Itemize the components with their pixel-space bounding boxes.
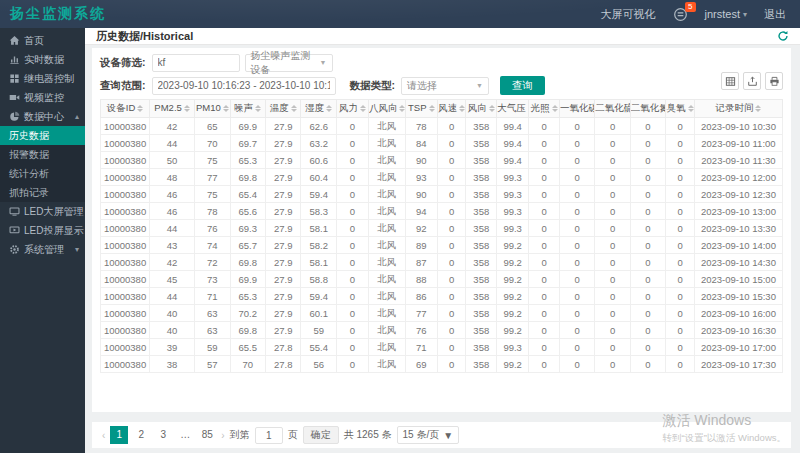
- device-type-select[interactable]: 扬尘噪声监测设备 ▼: [245, 54, 333, 72]
- cell: 0: [630, 288, 665, 305]
- col-header-13[interactable]: 一氧化碳: [559, 100, 594, 118]
- sidebar-item-system[interactable]: 系统管理▾: [0, 240, 85, 259]
- notification-icon[interactable]: 5: [673, 7, 688, 22]
- cell: 0: [630, 135, 665, 152]
- page-button-2[interactable]: 2: [132, 426, 150, 444]
- cell: 0: [630, 356, 665, 373]
- search-button[interactable]: 查询: [500, 76, 545, 95]
- cell: 65.3: [230, 288, 265, 305]
- refresh-icon[interactable]: [777, 30, 789, 42]
- sidebar-item-data-center[interactable]: 数据中心▴: [0, 107, 85, 126]
- logout-link[interactable]: 退出: [764, 7, 786, 22]
- col-header-4[interactable]: 温度: [266, 100, 301, 118]
- col-header-14[interactable]: 二氧化硫: [595, 100, 630, 118]
- page-list: 123…85: [110, 426, 216, 444]
- sort-icon[interactable]: [255, 102, 261, 115]
- cell: 北风: [368, 169, 405, 186]
- cell: 10000380: [101, 305, 150, 322]
- sort-icon[interactable]: [184, 102, 190, 115]
- page-button-85[interactable]: 85: [198, 426, 216, 444]
- cell: 46: [150, 203, 195, 220]
- col-header-15[interactable]: 二氧化氮: [630, 100, 665, 118]
- sort-icon[interactable]: [688, 102, 694, 115]
- sort-icon[interactable]: [291, 102, 297, 115]
- cell: 99.2: [497, 237, 529, 254]
- col-header-0[interactable]: 设备ID: [101, 100, 150, 118]
- cell: 0: [595, 254, 630, 271]
- sidebar-item-realtime-data[interactable]: 实时数据: [0, 50, 85, 69]
- sidebar-subitem-statistics[interactable]: 统计分析: [0, 164, 85, 183]
- sort-icon[interactable]: [326, 102, 332, 115]
- sidebar-item-relay-control[interactable]: 继电器控制: [0, 69, 85, 88]
- col-header-10[interactable]: 风向: [466, 100, 497, 118]
- cell: 0: [437, 288, 466, 305]
- cell: 73: [195, 271, 230, 288]
- sidebar-item-video-monitor[interactable]: 视频监控: [0, 88, 85, 107]
- chart-icon: [9, 54, 20, 65]
- sidebar-subitem-alarm-data[interactable]: 报警数据: [0, 145, 85, 164]
- cell: 76: [195, 220, 230, 237]
- export-button[interactable]: [743, 72, 761, 90]
- cell: 0: [437, 118, 466, 135]
- chevron-down-icon: ▼: [320, 59, 327, 66]
- sort-icon[interactable]: [459, 102, 465, 115]
- cell: 10000380: [101, 135, 150, 152]
- sort-icon[interactable]: [137, 102, 143, 115]
- col-header-16[interactable]: 臭氧: [666, 100, 695, 118]
- cell: 40: [150, 305, 195, 322]
- cell: 70: [195, 135, 230, 152]
- table-row: 10000380437465.727.958.20北风89035899.2000…: [101, 237, 783, 254]
- home-icon: [9, 35, 20, 46]
- col-header-2[interactable]: PM10: [195, 100, 230, 118]
- cell: 0: [529, 271, 560, 288]
- cell: 0: [559, 254, 594, 271]
- goto-page-input[interactable]: [255, 427, 283, 444]
- sort-icon[interactable]: [360, 102, 366, 115]
- cell: 0: [666, 135, 695, 152]
- sort-icon[interactable]: [489, 102, 495, 115]
- sort-icon[interactable]: [399, 102, 405, 115]
- table-row: 10000380447669.327.958.10北风92035899.3000…: [101, 220, 783, 237]
- next-page-icon[interactable]: ›: [221, 430, 224, 441]
- sidebar-subitem-history-data[interactable]: 历史数据: [0, 126, 85, 145]
- col-header-9[interactable]: 风速: [437, 100, 466, 118]
- col-header-7[interactable]: 八风向: [368, 100, 405, 118]
- sidebar-item-led-screen[interactable]: LED大屏管理: [0, 202, 85, 221]
- big-screen-visualization-link[interactable]: 大屏可视化: [601, 7, 656, 22]
- cell: 70.2: [230, 305, 265, 322]
- sort-icon[interactable]: [552, 102, 558, 115]
- col-header-3[interactable]: 噪声: [230, 100, 265, 118]
- cell: 0: [630, 237, 665, 254]
- sidebar-item-led-cast[interactable]: LED投屏显示▾: [0, 221, 85, 240]
- col-header-12[interactable]: 光照: [529, 100, 560, 118]
- goto-confirm-button[interactable]: 确定: [303, 426, 339, 444]
- device-filter-input[interactable]: [152, 54, 240, 72]
- col-header-8[interactable]: TSP: [405, 100, 437, 118]
- user-menu[interactable]: jnrstest ▾: [705, 8, 747, 20]
- print-button[interactable]: [765, 72, 783, 90]
- table-row: 10000380426569.927.962.60北风78035899.4000…: [101, 118, 783, 135]
- filter-columns-button[interactable]: [721, 72, 739, 90]
- col-header-6[interactable]: 风力: [336, 100, 368, 118]
- col-header-17[interactable]: 记录时间: [694, 100, 782, 118]
- sidebar-item-home[interactable]: 首页: [0, 31, 85, 50]
- date-range-input[interactable]: [152, 77, 336, 95]
- sidebar-subitem-snapshot-records[interactable]: 抓拍记录: [0, 183, 85, 202]
- sort-icon[interactable]: [755, 102, 761, 115]
- data-type-select[interactable]: 请选择 ▼: [401, 77, 489, 95]
- cell: 0: [559, 186, 594, 203]
- cell: 0: [595, 118, 630, 135]
- cell: 北风: [368, 220, 405, 237]
- cell: 90: [405, 152, 437, 169]
- page-button-1[interactable]: 1: [110, 426, 128, 444]
- col-header-1[interactable]: PM2.5: [150, 100, 195, 118]
- page-button-3[interactable]: 3: [154, 426, 172, 444]
- prev-page-icon[interactable]: ‹: [102, 430, 105, 441]
- page-size-select[interactable]: 15 条/页 ▼: [397, 426, 460, 444]
- sort-icon[interactable]: [429, 102, 435, 115]
- table-row: 10000380395965.527.855.40北风71035899.3000…: [101, 339, 783, 356]
- col-header-11[interactable]: 大气压: [497, 100, 529, 118]
- sort-icon[interactable]: [223, 102, 229, 115]
- col-header-5[interactable]: 湿度: [301, 100, 336, 118]
- cell: 0: [437, 271, 466, 288]
